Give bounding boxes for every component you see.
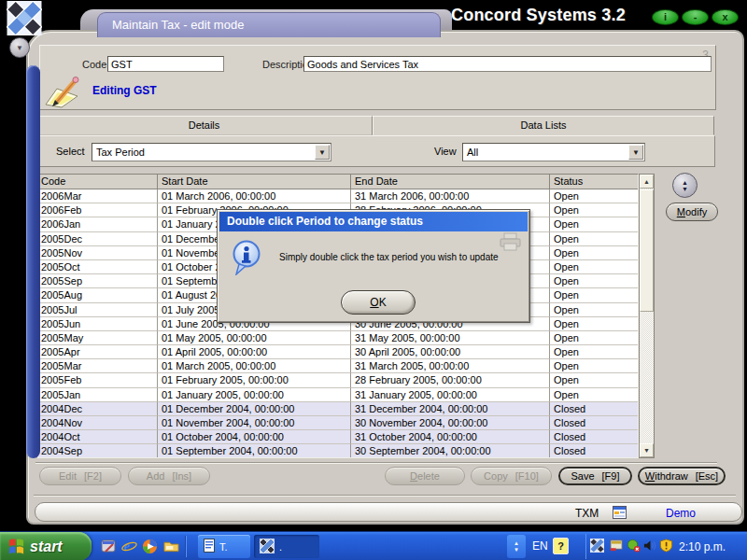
cell-code: 2005Jul <box>37 303 158 317</box>
add-button[interactable]: Add [Ins] <box>128 467 210 485</box>
tab-details[interactable]: Details <box>35 116 373 135</box>
column-header-end-date[interactable]: End Date <box>351 175 550 189</box>
editing-status-text: Editing GST <box>92 84 157 97</box>
chevron-down-icon[interactable]: ▼ <box>315 145 330 160</box>
organizer-pen-icon[interactable] <box>101 539 117 554</box>
info-bubble-icon <box>231 240 264 275</box>
table-row[interactable]: 2004Dec01 December 2004, 00:00:0031 Dece… <box>37 402 638 416</box>
table-row[interactable]: 2005May01 May 2005, 00:00:0031 May 2005,… <box>37 331 638 345</box>
column-header-start-date[interactable]: Start Date <box>158 175 351 189</box>
edit-note-pencil-icon <box>44 76 83 109</box>
cell-code: 2005Dec <box>37 232 158 246</box>
spinner-down-icon: ▼ <box>682 186 688 192</box>
cell-status: Open <box>550 303 638 317</box>
table-row[interactable]: 2006Mar01 March 2006, 00:00:0031 March 2… <box>37 189 638 203</box>
messenger-offline-tray-icon[interactable] <box>627 539 641 554</box>
cell-start: 01 April 2005, 00:00:00 <box>158 345 351 359</box>
select-dropdown[interactable]: Tax Period ▼ <box>92 143 331 161</box>
window-status-tray-icon[interactable] <box>610 539 625 554</box>
cell-end: 30 April 2005, 00:00:00 <box>351 345 550 359</box>
cell-end: 31 January 2005, 00:00:00 <box>351 388 550 402</box>
select-label: Select <box>56 146 85 157</box>
left-accent-bar <box>26 65 40 458</box>
cell-status: Open <box>550 331 638 345</box>
svg-text:e: e <box>124 539 130 553</box>
table-row[interactable]: 2005Feb01 February 2005, 00:00:0028 Febr… <box>37 373 638 387</box>
window-tab-title[interactable]: Maintain Tax - edit mode <box>97 12 441 37</box>
view-dropdown[interactable]: All ▼ <box>462 143 645 161</box>
delete-button[interactable]: Delete <box>385 467 465 485</box>
help-tray-icon[interactable]: ? <box>553 538 569 554</box>
status-bar: TXM Demo <box>35 502 742 522</box>
cell-status: Closed <box>550 444 638 458</box>
record-spinner-button[interactable]: ▲ ▼ <box>672 173 698 198</box>
language-indicator[interactable]: EN <box>532 539 548 553</box>
table-row[interactable]: 2005Jan01 January 2005, 00:00:0031 Janua… <box>37 388 638 402</box>
media-player-icon[interactable] <box>142 539 158 554</box>
minimize-button[interactable]: - <box>682 9 709 25</box>
filter-panel: Select Tax Period ▼ View All ▼ <box>35 135 715 167</box>
column-header-status[interactable]: Status <box>550 175 638 189</box>
document-icon <box>204 539 215 554</box>
chevron-down-icon[interactable]: ▼ <box>628 145 643 160</box>
clock: 2:10 p.m. <box>679 540 726 553</box>
edit-button[interactable]: Edit [F2] <box>39 467 121 485</box>
cell-code: 2006Jan <box>37 217 158 231</box>
withdraw-button[interactable]: Withdraw [Esc] <box>638 467 726 485</box>
scroll-up-icon[interactable]: ▲ <box>640 175 654 189</box>
cell-status: Open <box>550 232 638 246</box>
table-row[interactable]: 2005Apr01 April 2005, 00:00:0030 April 2… <box>37 345 638 359</box>
cell-code: 2004Nov <box>37 416 158 430</box>
cell-code: 2005Sep <box>37 274 158 288</box>
code-field[interactable] <box>107 56 224 72</box>
scrollbar-thumb[interactable] <box>640 189 654 312</box>
cell-end: 28 February 2005, 00:00:00 <box>351 373 550 387</box>
table-row[interactable]: 2004Nov01 November 2004, 00:00:0030 Nove… <box>37 416 638 430</box>
corner-menu-button[interactable]: ▼ <box>9 37 30 58</box>
screen: Concord Systems 3.2 i - x 3 Code Descrip… <box>0 0 747 560</box>
column-header-code[interactable]: Code <box>37 175 158 189</box>
cell-status: Closed <box>550 402 638 416</box>
vertical-scrollbar[interactable]: ▲ ▼ <box>639 174 655 458</box>
cell-code: 2005Apr <box>37 345 158 359</box>
chevron-up-icon: ▲ <box>514 540 519 547</box>
module-icon <box>613 506 627 519</box>
copy-button[interactable]: Copy [F10] <box>471 467 552 485</box>
scroll-down-icon[interactable]: ▼ <box>640 443 654 457</box>
triangle-down-icon: ▼ <box>16 44 23 52</box>
cell-code: 2005Feb <box>37 373 158 387</box>
cell-start: 01 January 2005, 00:00:00 <box>158 388 351 402</box>
security-shield-tray-icon[interactable] <box>659 539 674 554</box>
table-row[interactable]: 2005Mar01 March 2005, 00:00:0031 March 2… <box>37 359 638 373</box>
cell-status: Open <box>550 260 638 274</box>
start-button[interactable]: start <box>0 532 92 560</box>
close-button[interactable]: x <box>712 9 739 25</box>
tab-data-lists[interactable]: Data Lists <box>373 116 714 135</box>
cell-status: Open <box>550 359 638 373</box>
cell-status: Closed <box>550 416 638 430</box>
description-field[interactable] <box>303 56 712 72</box>
ok-button[interactable]: OK <box>341 290 416 315</box>
table-row[interactable]: 2004Oct01 October 2004, 00:00:0031 Octob… <box>37 430 638 444</box>
taskbar-window-button-2[interactable]: . <box>254 535 319 558</box>
info-button[interactable]: i <box>652 9 679 25</box>
taskbar-window-button-1[interactable]: T. <box>198 535 250 558</box>
chevron-down-icon: ▼ <box>514 547 519 553</box>
cell-status: Closed <box>550 430 638 444</box>
view-dropdown-value: All <box>467 147 478 158</box>
folder-icon[interactable] <box>163 539 179 554</box>
tray-expand-button[interactable]: ▲ ▼ <box>507 535 526 558</box>
volume-tray-icon[interactable] <box>643 539 658 554</box>
table-row[interactable]: 2004Sep01 September 2004, 00:00:0030 Sep… <box>37 444 638 458</box>
cell-status: Open <box>550 317 638 331</box>
save-button[interactable]: Save [F9] <box>558 467 632 485</box>
cell-end: 31 March 2005, 00:00:00 <box>351 359 550 373</box>
divider <box>34 495 736 497</box>
concord-tray-icon[interactable] <box>590 539 605 554</box>
internet-explorer-icon[interactable]: e <box>121 539 137 554</box>
view-label: View <box>434 146 457 157</box>
cell-start: 01 March 2006, 00:00:00 <box>158 189 351 203</box>
dialog-message: Simply double click the tax period you w… <box>279 252 499 262</box>
modify-button[interactable]: Modify <box>666 203 718 221</box>
cell-code: 2005Oct <box>37 260 158 274</box>
